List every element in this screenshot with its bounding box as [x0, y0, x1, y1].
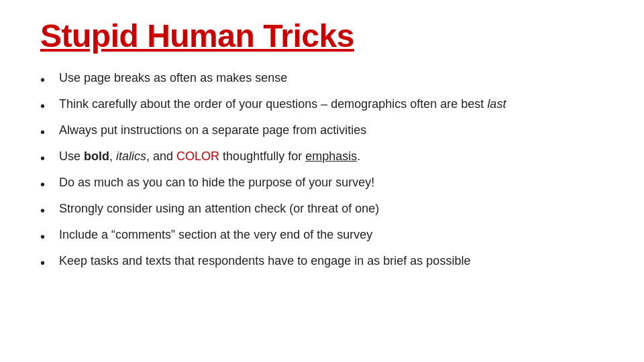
slide-title: Stupid Human Tricks — [40, 19, 604, 54]
bullet-text: Include a “comments” section at the very… — [59, 227, 604, 243]
bullet-dot: • — [40, 97, 59, 115]
bullet-dot: • — [40, 227, 59, 246]
bullet-dot: • — [40, 123, 59, 141]
list-item: • Always put instructions on a separate … — [40, 119, 604, 145]
bullet-dot: • — [40, 149, 59, 168]
bullet-text: Strongly consider using an attention che… — [59, 200, 604, 217]
slide-container: Stupid Human Tricks • Use page breaks as… — [0, 0, 644, 362]
list-item: • Think carefully about the order of you… — [40, 93, 604, 119]
bullet-dot: • — [40, 201, 59, 220]
bullet-dot: • — [40, 175, 59, 194]
list-item: • Use page breaks as often as makes sens… — [40, 66, 604, 93]
bullet-dot: • — [40, 70, 59, 89]
list-item: • Strongly consider using an attention c… — [40, 197, 604, 223]
bullet-text: Use page breaks as often as makes sense — [59, 70, 604, 86]
bullet-text: Do as much as you can to hide the purpos… — [59, 174, 604, 191]
list-item: • Do as much as you can to hide the purp… — [40, 171, 604, 197]
bullet-text: Always put instructions on a separate pa… — [59, 122, 604, 139]
list-item: • Use bold, italics, and COLOR thoughtfu… — [40, 145, 604, 171]
bullet-dot: • — [40, 253, 59, 272]
list-item: • Keep tasks and texts that respondents … — [40, 249, 604, 276]
bullet-list: • Use page breaks as often as makes sens… — [40, 66, 604, 276]
list-item: • Include a “comments” section at the ve… — [40, 223, 604, 249]
bullet-text: Think carefully about the order of your … — [59, 96, 604, 113]
bullet-text: Keep tasks and texts that respondents ha… — [59, 253, 604, 269]
bullet-text: Use bold, italics, and COLOR thoughtfull… — [59, 148, 604, 165]
